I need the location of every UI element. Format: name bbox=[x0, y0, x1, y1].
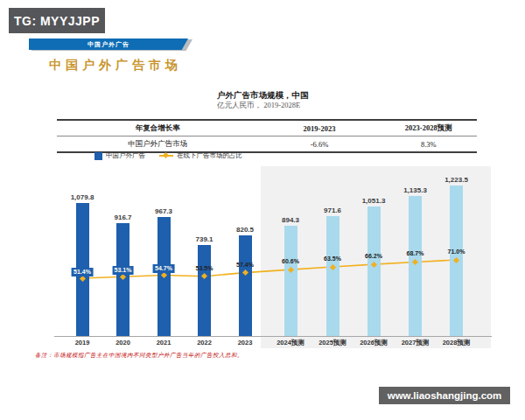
cagr-table-data-row: 中国户外广告市场 -6.6% 8.3% bbox=[57, 136, 477, 151]
x-axis-tick-label: 2023 bbox=[238, 339, 253, 346]
bar bbox=[198, 245, 211, 336]
bar-swatch-icon bbox=[94, 152, 102, 160]
bar-value-label: 971.6 bbox=[324, 206, 341, 214]
percent-label: 63.5% bbox=[324, 256, 341, 262]
cagr-row-label: 中国户外广告市场 bbox=[57, 139, 258, 150]
cagr-value-2019-2023: -6.6% bbox=[258, 140, 380, 149]
percent-label: 54.7% bbox=[153, 264, 175, 273]
x-axis-tick-label: 2020 bbox=[116, 339, 130, 346]
bar bbox=[409, 196, 422, 336]
x-axis-tick-label: 2025预测 bbox=[318, 339, 346, 347]
diamond-marker-icon bbox=[163, 152, 169, 158]
cagr-header-2023-2028: 2023-2028预测 bbox=[381, 123, 477, 134]
cagr-value-2023-2028: 8.3% bbox=[381, 140, 477, 149]
line-swatch-icon bbox=[159, 155, 173, 157]
bar bbox=[239, 235, 252, 336]
percent-label: 57.4% bbox=[236, 262, 254, 268]
bar-value-label: 894.3 bbox=[282, 216, 299, 224]
bar-value-label: 820.5 bbox=[236, 226, 254, 234]
percent-label: 68.7% bbox=[407, 250, 424, 256]
bar bbox=[326, 216, 340, 336]
legend-item-line: 在线下广告市场的占比 bbox=[159, 151, 242, 160]
percent-label: 66.2% bbox=[365, 253, 382, 259]
bar bbox=[284, 226, 298, 336]
chart-legend: 中国户外广告 在线下广告市场的占比 bbox=[94, 151, 242, 160]
slide: TG: MYYJJPP 中国户外广告 中国户外广告市场 户外广告市场规模，中国 … bbox=[0, 0, 525, 420]
percent-label: 51.4% bbox=[72, 268, 94, 276]
chart-subtitle: 亿元人民币， 2019-2028E bbox=[217, 101, 300, 111]
footnote: 备注：市场规模指广告主在中国境内不同类型户外广告当年的广告投入总和。 bbox=[35, 352, 243, 360]
tg-badge: TG: MYYJJPP bbox=[9, 8, 105, 33]
x-axis-tick-label: 2026预测 bbox=[360, 339, 388, 347]
section-banner: 中国户外广告 bbox=[29, 38, 188, 50]
legend-line-label: 在线下广告市场的占比 bbox=[177, 151, 242, 160]
bar-value-label: 916.7 bbox=[114, 214, 131, 221]
x-axis-tick-label: 2021 bbox=[157, 339, 172, 346]
bar-value-label: 1,079.8 bbox=[71, 193, 94, 201]
bar bbox=[368, 206, 381, 336]
x-axis-line bbox=[54, 336, 492, 337]
page-title: 中国户外广告市场 bbox=[49, 58, 182, 74]
bar-value-label: 739.1 bbox=[195, 235, 213, 243]
cagr-header-metric: 年复合增长率 bbox=[57, 123, 258, 134]
bar-value-label: 1,223.5 bbox=[444, 176, 468, 184]
bar-value-label: 1,051.3 bbox=[362, 197, 386, 205]
x-axis-tick-label: 2024预测 bbox=[276, 339, 304, 347]
bar-value-label: 967.3 bbox=[155, 207, 172, 215]
percent-label: 71.0% bbox=[448, 248, 466, 255]
percent-label: 60.6% bbox=[282, 258, 299, 264]
bar-value-label: 1,135.3 bbox=[403, 186, 427, 194]
x-axis-tick-label: 2028预测 bbox=[443, 339, 471, 347]
watermark-url: www.liaoshangjing.com bbox=[379, 387, 510, 404]
percent-label: 53.5% bbox=[196, 265, 214, 271]
cagr-header-2019-2023: 2019-2023 bbox=[258, 124, 380, 133]
legend-item-bar: 中国户外广告 bbox=[94, 151, 145, 160]
cagr-table: 年复合增长率 2019-2023 2023-2028预测 中国户外广告市场 -6… bbox=[57, 119, 477, 153]
x-axis-tick-label: 2022 bbox=[197, 339, 212, 346]
x-axis-tick-label: 2019 bbox=[75, 339, 90, 346]
x-axis-tick-label: 2027预测 bbox=[402, 339, 430, 347]
cagr-table-header-row: 年复合增长率 2019-2023 2023-2028预测 bbox=[57, 121, 477, 136]
percent-label: 53.1% bbox=[112, 266, 134, 275]
legend-bar-label: 中国户外广告 bbox=[106, 151, 145, 160]
